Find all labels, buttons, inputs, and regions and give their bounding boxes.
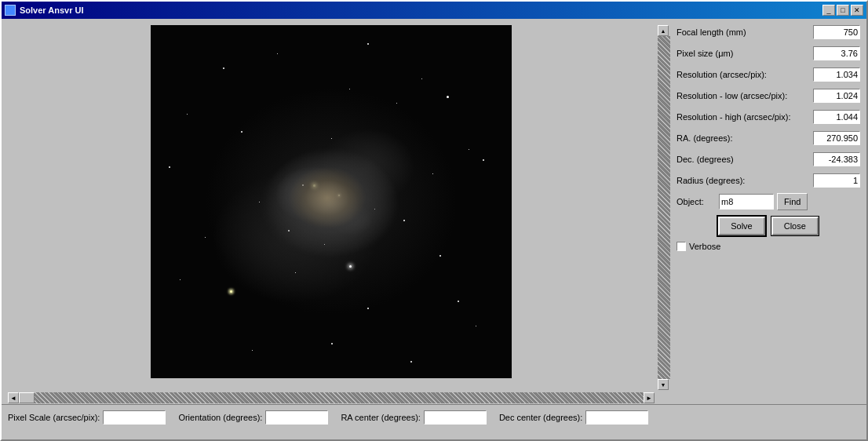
- resolution-input[interactable]: [813, 67, 860, 82]
- pixel-scale-group: Pixel Scale (arcsec/pix):: [8, 410, 166, 425]
- object-input[interactable]: [719, 194, 774, 210]
- resolution-high-label: Resolution - high (arcsec/pix):: [677, 112, 813, 122]
- radius-input[interactable]: [813, 173, 860, 188]
- orientation-value[interactable]: [265, 410, 328, 425]
- resolution-low-label: Resolution - low (arcsec/pix):: [677, 91, 813, 100]
- ra-row: RA. (degrees):: [677, 129, 860, 147]
- verbose-label: Verbose: [689, 242, 860, 251]
- pixel-size-label: Pixel size (μm): [677, 49, 813, 58]
- focal-length-input[interactable]: [813, 25, 860, 39]
- focal-length-row: Focal length (mm): [677, 24, 860, 41]
- resolution-label: Resolution (arcsec/pix):: [677, 70, 813, 79]
- close-window-button[interactable]: ✕: [851, 5, 863, 16]
- dec-row: Dec. (degrees): [677, 151, 860, 168]
- object-label: Object:: [677, 197, 716, 206]
- right-panel: Focal length (mm) Pixel size (μm) Resolu…: [670, 19, 866, 404]
- dec-center-group: Dec center (degrees):: [499, 410, 648, 425]
- title-bar: Solver Ansvr UI _ □ ✕: [2, 2, 866, 19]
- focal-length-label: Focal length (mm): [677, 27, 813, 37]
- verbose-row: Verbose: [677, 242, 860, 251]
- resolution-high-row: Resolution - high (arcsec/pix):: [677, 108, 860, 126]
- window-title: Solver Ansvr UI: [20, 5, 84, 15]
- ra-center-label: RA center (degrees):: [341, 413, 421, 422]
- title-buttons: _ □ ✕: [822, 5, 863, 16]
- ra-label: RA. (degrees):: [677, 133, 813, 143]
- pixel-scale-value[interactable]: [103, 410, 166, 425]
- radius-row: Radius (degrees):: [677, 172, 860, 189]
- radius-label: Radius (degrees):: [677, 176, 813, 185]
- title-bar-left: Solver Ansvr UI: [5, 5, 84, 16]
- resolution-high-input[interactable]: [813, 110, 860, 124]
- h-scroll-thumb[interactable]: [19, 392, 35, 403]
- pixel-size-row: Pixel size (μm): [677, 45, 860, 62]
- pixel-scale-label: Pixel Scale (arcsec/pix):: [8, 413, 100, 422]
- app-icon: [5, 5, 16, 16]
- dec-center-value[interactable]: [585, 410, 648, 425]
- stars-overlay: [151, 25, 512, 378]
- orientation-label: Orientation (degrees):: [178, 413, 262, 422]
- resolution-low-row: Resolution - low (arcsec/pix):: [677, 87, 860, 104]
- status-bar: Pixel Scale (arcsec/pix): Orientation (d…: [2, 404, 866, 429]
- window-frame: Solver Ansvr UI _ □ ✕: [0, 0, 868, 441]
- ra-center-value[interactable]: [424, 410, 487, 425]
- scroll-left-button[interactable]: ◄: [8, 392, 19, 403]
- find-button[interactable]: Find: [777, 193, 808, 210]
- astronomy-image: [151, 25, 512, 378]
- resolution-low-input[interactable]: [813, 89, 860, 103]
- scroll-right-button[interactable]: ►: [644, 392, 655, 403]
- dec-input[interactable]: [813, 152, 860, 166]
- vertical-scrollbar[interactable]: ▲ ▼: [658, 25, 670, 390]
- horizontal-scrollbar[interactable]: ◄ ►: [8, 392, 655, 404]
- scroll-up-button[interactable]: ▲: [658, 25, 669, 36]
- orientation-group: Orientation (degrees):: [178, 410, 328, 425]
- maximize-button[interactable]: □: [837, 5, 849, 16]
- dec-center-label: Dec center (degrees):: [499, 413, 582, 422]
- solve-button[interactable]: Solve: [718, 217, 765, 235]
- ra-input[interactable]: [813, 131, 860, 145]
- ra-center-group: RA center (degrees):: [341, 410, 487, 425]
- close-button[interactable]: Close: [771, 217, 819, 235]
- object-row: Object: Find: [677, 193, 860, 210]
- action-buttons: Solve Close: [677, 217, 860, 235]
- dec-label: Dec. (degrees): [677, 155, 813, 164]
- verbose-checkbox[interactable]: [677, 242, 686, 251]
- minimize-button[interactable]: _: [822, 5, 835, 16]
- resolution-row: Resolution (arcsec/pix):: [677, 66, 860, 83]
- scroll-down-button[interactable]: ▼: [658, 379, 669, 390]
- pixel-size-input[interactable]: [813, 46, 860, 60]
